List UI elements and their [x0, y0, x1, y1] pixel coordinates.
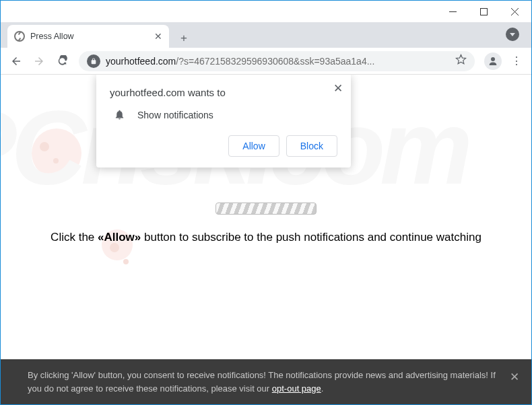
block-button[interactable]: Block	[286, 135, 337, 157]
fake-progress-bar	[215, 202, 317, 215]
tab-title: Press Allow	[30, 32, 149, 41]
permission-label: Show notifications	[137, 110, 213, 120]
url-text: yourhotfeed.com/?s=4672158329596930608&s…	[106, 56, 450, 67]
notification-permission-dialog: ✕ yourhotfeed.com wants to Show notifica…	[96, 75, 351, 168]
reload-button[interactable]	[52, 51, 72, 71]
browser-toolbar: yourhotfeed.com/?s=4672158329596930608&s…	[1, 48, 531, 75]
globe-icon	[14, 31, 25, 42]
dialog-header: yourhotfeed.com wants to	[110, 87, 337, 98]
window-close-button[interactable]	[499, 1, 530, 22]
back-button[interactable]	[6, 51, 26, 71]
bookmark-star-icon[interactable]	[455, 54, 467, 68]
page-content: PCrisk.com Click the «Allow» button to s…	[1, 75, 531, 404]
bell-icon	[114, 109, 125, 120]
allow-button[interactable]: Allow	[228, 135, 279, 157]
forward-button[interactable]	[29, 51, 49, 71]
profile-avatar-icon[interactable]	[484, 52, 502, 70]
opt-out-link[interactable]: opt-out page	[272, 383, 321, 394]
window-minimize-button[interactable]	[437, 1, 468, 22]
svg-point-4	[491, 57, 495, 61]
tab-close-icon[interactable]: ✕	[154, 31, 162, 42]
main-instruction-text: Click the «Allow» button to subscribe to…	[1, 231, 531, 244]
footer-close-icon[interactable]: ✕	[510, 369, 519, 386]
consent-footer: By clicking 'Allow' button, you consent …	[1, 359, 531, 404]
window-maximize-button[interactable]	[468, 1, 499, 22]
permission-row: Show notifications	[114, 109, 337, 120]
watermark-decoration	[32, 128, 81, 178]
svg-rect-1	[480, 8, 487, 15]
media-indicator-icon[interactable]	[506, 28, 519, 41]
new-tab-button[interactable]: +	[174, 29, 193, 48]
browser-tab[interactable]: Press Allow ✕	[7, 25, 169, 48]
address-bar[interactable]: yourhotfeed.com/?s=4672158329596930608&s…	[79, 51, 475, 71]
dialog-close-icon[interactable]: ✕	[333, 81, 343, 96]
window-titlebar	[1, 1, 531, 22]
kebab-menu-icon[interactable]: ⋮	[507, 54, 526, 67]
lock-icon	[87, 54, 100, 68]
tab-strip: Press Allow ✕ +	[1, 22, 531, 48]
